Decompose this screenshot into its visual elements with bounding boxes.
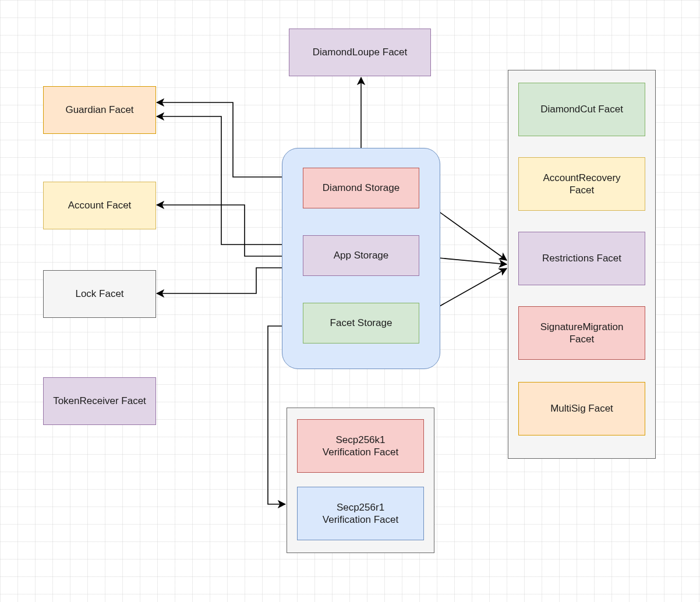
node-diamond-loupe-facet[interactable]: DiamondLoupe Facet [289, 29, 431, 76]
node-account-recovery-facet[interactable]: AccountRecovery Facet [518, 157, 645, 211]
node-guardian-facet[interactable]: Guardian Facet [43, 86, 156, 134]
node-app-storage[interactable]: App Storage [303, 235, 419, 276]
node-secp256k1-verification-facet[interactable]: Secp256k1 Verification Facet [297, 419, 424, 473]
node-lock-facet[interactable]: Lock Facet [43, 270, 156, 318]
node-restrictions-facet[interactable]: Restrictions Facet [518, 232, 645, 285]
edge-diamondstorage-to-guardian [157, 102, 302, 177]
edge-appstorage-to-account [157, 205, 302, 256]
node-diamond-cut-facet[interactable]: DiamondCut Facet [518, 83, 645, 136]
node-signature-migration-facet[interactable]: SignatureMigration Facet [518, 306, 645, 360]
edge-appstorage-to-lock [157, 268, 302, 293]
diagram-canvas: DiamondLoupe Facet Guardian Facet Accoun… [0, 0, 700, 602]
edge-appstorage-to-guardian [157, 116, 302, 245]
node-secp256r1-verification-facet[interactable]: Secp256r1 Verification Facet [297, 487, 424, 540]
node-account-facet[interactable]: Account Facet [43, 182, 156, 229]
node-multisig-facet[interactable]: MultiSig Facet [518, 382, 645, 435]
node-facet-storage[interactable]: Facet Storage [303, 303, 419, 344]
node-diamond-storage[interactable]: Diamond Storage [303, 168, 419, 208]
node-token-receiver-facet[interactable]: TokenReceiver Facet [43, 377, 156, 425]
